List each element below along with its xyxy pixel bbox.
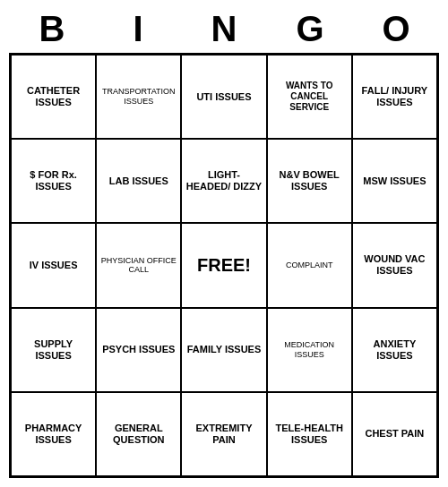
header-g: G <box>267 9 353 49</box>
bingo-cell-22[interactable]: EXTREMITY PAIN <box>181 392 266 476</box>
header-i: I <box>95 9 181 49</box>
bingo-cell-11[interactable]: PHYSICIAN OFFICE CALL <box>96 223 181 307</box>
bingo-cell-23[interactable]: TELE-HEALTH ISSUES <box>267 392 352 476</box>
bingo-cell-9[interactable]: MSW ISSUES <box>352 139 437 223</box>
bingo-cell-10[interactable]: IV ISSUES <box>11 223 96 307</box>
header-o: O <box>353 9 439 49</box>
bingo-cell-13[interactable]: COMPLAINT <box>267 223 352 307</box>
bingo-cell-17[interactable]: FAMILY ISSUES <box>181 308 266 392</box>
bingo-grid: CATHETER ISSUESTRANSPORTATION ISSUESUTI … <box>9 53 439 478</box>
bingo-cell-3[interactable]: WANTS TO CANCEL SERVICE <box>267 55 352 139</box>
bingo-cell-5[interactable]: $ FOR Rx. ISSUES <box>11 139 96 223</box>
bingo-cell-7[interactable]: LIGHT-HEADED/ DIZZY <box>181 139 266 223</box>
bingo-header: B I N G O <box>9 9 439 49</box>
bingo-cell-14[interactable]: WOUND VAC ISSUES <box>352 223 437 307</box>
bingo-cell-8[interactable]: N&V BOWEL ISSUES <box>267 139 352 223</box>
bingo-cell-18[interactable]: MEDICATION ISSUES <box>267 308 352 392</box>
bingo-cell-12[interactable]: FREE! <box>181 223 266 307</box>
bingo-cell-1[interactable]: TRANSPORTATION ISSUES <box>96 55 181 139</box>
bingo-cell-2[interactable]: UTI ISSUES <box>181 55 266 139</box>
header-b: B <box>9 9 95 49</box>
bingo-cell-24[interactable]: CHEST PAIN <box>352 392 437 476</box>
header-n: N <box>181 9 267 49</box>
bingo-cell-16[interactable]: PSYCH ISSUES <box>96 308 181 392</box>
bingo-cell-20[interactable]: PHARMACY ISSUES <box>11 392 96 476</box>
bingo-cell-6[interactable]: LAB ISSUES <box>96 139 181 223</box>
bingo-cell-21[interactable]: GENERAL QUESTION <box>96 392 181 476</box>
bingo-cell-4[interactable]: FALL/ INJURY ISSUES <box>352 55 437 139</box>
bingo-cell-19[interactable]: ANXIETY ISSUES <box>352 308 437 392</box>
bingo-cell-0[interactable]: CATHETER ISSUES <box>11 55 96 139</box>
bingo-cell-15[interactable]: SUPPLY ISSUES <box>11 308 96 392</box>
